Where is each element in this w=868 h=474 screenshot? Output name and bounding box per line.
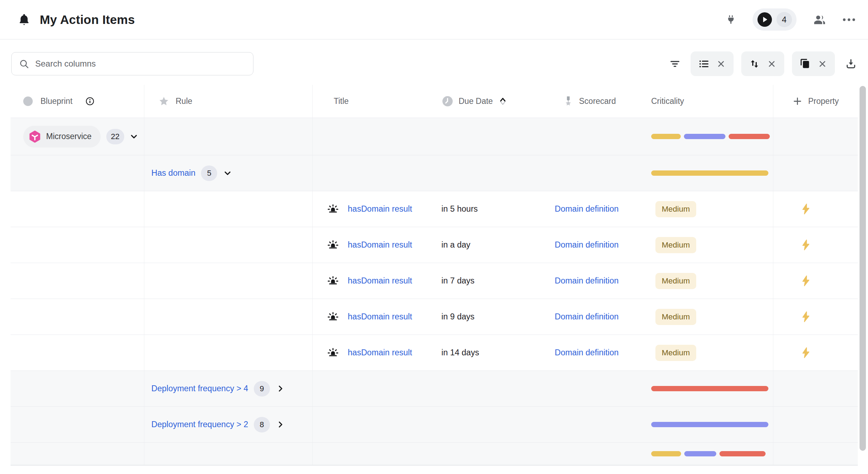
empty-cell [436, 118, 549, 155]
empty-cell [313, 443, 436, 465]
scorecard-link[interactable]: Domain definition [555, 312, 619, 322]
empty-cell [11, 407, 144, 442]
more-dots-icon[interactable] [843, 18, 855, 21]
search-columns-input[interactable] [35, 59, 246, 69]
column-header-criticality[interactable]: Criticality [648, 85, 773, 118]
item-title-link[interactable]: hasDomain result [348, 312, 412, 322]
rule-group-link[interactable]: Has domain [151, 168, 195, 178]
lightning-bolt-icon[interactable] [800, 239, 812, 251]
lightning-bolt-icon[interactable] [800, 311, 812, 323]
column-header-scorecard[interactable]: Scorecard [549, 85, 648, 118]
action-items-table: Blueprint Rule Title Due Date [11, 85, 858, 466]
microservice-chip-label: Microservice [46, 132, 92, 141]
item-scorecard-cell: Domain definition [549, 227, 648, 263]
empty-cell [144, 335, 313, 370]
empty-cell [549, 118, 648, 155]
empty-cell [11, 263, 144, 299]
alarm-icon [327, 203, 339, 216]
chevron-down-icon[interactable] [223, 168, 232, 178]
item-criticality-cell: Medium [648, 263, 773, 299]
filter-icon[interactable] [667, 56, 683, 72]
toolbar-actions [667, 51, 859, 76]
empty-cell [313, 371, 436, 406]
chevron-right-icon[interactable] [276, 420, 285, 429]
medal-icon [562, 95, 574, 107]
empty-cell [11, 443, 144, 465]
star-icon [158, 96, 169, 107]
due-date-value: in 5 hours [441, 204, 478, 214]
item-due-cell: in 7 days [436, 263, 549, 299]
scorecard-link[interactable]: Domain definition [555, 348, 619, 357]
runs-button[interactable]: 4 [753, 8, 797, 31]
column-label-scorecard: Scorecard [579, 96, 616, 106]
lightning-bolt-icon[interactable] [800, 275, 812, 287]
people-icon[interactable] [813, 13, 826, 26]
empty-cell [313, 155, 436, 191]
add-property-button[interactable]: Property [773, 85, 858, 118]
clear-sort-icon[interactable] [767, 59, 776, 69]
blueprint-count-badge: 22 [106, 129, 124, 144]
microservice-chip[interactable]: Microservice [23, 126, 101, 148]
empty-cell [773, 118, 858, 155]
item-property-cell [773, 191, 858, 227]
table-row-rule-group: Deployment frequency > 4 9 [11, 370, 858, 406]
due-date-value: in a day [441, 240, 470, 250]
empty-cell [773, 371, 858, 406]
scorecard-link[interactable]: Domain definition [555, 204, 619, 214]
item-criticality-cell: Medium [648, 191, 773, 227]
vertical-scrollbar-thumb[interactable] [860, 86, 866, 451]
item-title-link[interactable]: hasDomain result [348, 276, 412, 286]
bell-icon [18, 13, 31, 26]
search-columns-box[interactable] [11, 52, 253, 75]
scorecard-link[interactable]: Domain definition [555, 240, 619, 250]
column-header-rule[interactable]: Rule [144, 85, 313, 118]
download-icon[interactable] [843, 56, 859, 72]
chevron-right-icon[interactable] [276, 384, 285, 393]
empty-cell [144, 227, 313, 263]
blueprint-group-cell: Microservice 22 [11, 118, 144, 155]
scorecard-link[interactable]: Domain definition [555, 276, 619, 286]
empty-cell [11, 227, 144, 263]
column-label-title: Title [334, 96, 349, 106]
clock-icon [441, 95, 454, 107]
chevron-down-icon[interactable] [129, 132, 139, 141]
column-label-criticality: Criticality [651, 96, 684, 106]
empty-cell [313, 407, 436, 442]
rule-group-link[interactable]: Deployment frequency > 2 [151, 420, 248, 429]
empty-cell [11, 191, 144, 227]
info-icon[interactable] [85, 96, 95, 106]
item-title-link[interactable]: hasDomain result [348, 204, 412, 214]
copy-view-pill[interactable] [792, 51, 835, 76]
lightning-bolt-icon[interactable] [800, 347, 812, 359]
rule-group-link[interactable]: Deployment frequency > 4 [151, 384, 248, 393]
table-toolbar [11, 51, 859, 76]
criticality-badge: Medium [655, 201, 696, 217]
clear-copy-view-icon[interactable] [818, 59, 827, 69]
plug-icon[interactable] [725, 14, 736, 25]
due-date-sort-control[interactable] [499, 98, 507, 105]
item-scorecard-cell: Domain definition [549, 191, 648, 227]
clear-group-by-icon[interactable] [716, 59, 726, 69]
group-by-pill[interactable] [691, 51, 734, 76]
item-property-cell [773, 263, 858, 299]
empty-cell [11, 299, 144, 335]
search-icon [19, 59, 29, 69]
item-title-link[interactable]: hasDomain result [348, 240, 412, 250]
item-criticality-cell: Medium [648, 227, 773, 263]
sort-pill[interactable] [741, 51, 784, 76]
empty-cell [144, 263, 313, 299]
column-header-blueprint[interactable]: Blueprint [11, 85, 144, 118]
column-header-due-date[interactable]: Due Date [436, 85, 549, 118]
item-title-link[interactable]: hasDomain result [348, 348, 412, 357]
criticality-badge: Medium [655, 309, 696, 325]
column-header-title[interactable]: Title [313, 85, 436, 118]
column-label-rule: Rule [176, 96, 192, 106]
empty-cell [549, 371, 648, 406]
item-title-cell: hasDomain result [313, 299, 436, 335]
empty-cell [549, 443, 648, 465]
item-property-cell [773, 299, 858, 335]
column-label-blueprint: Blueprint [40, 96, 73, 106]
lightning-bolt-icon[interactable] [800, 203, 812, 215]
table-row-item: hasDomain result in a day Domain definit… [11, 227, 858, 263]
item-due-cell: in 5 hours [436, 191, 549, 227]
